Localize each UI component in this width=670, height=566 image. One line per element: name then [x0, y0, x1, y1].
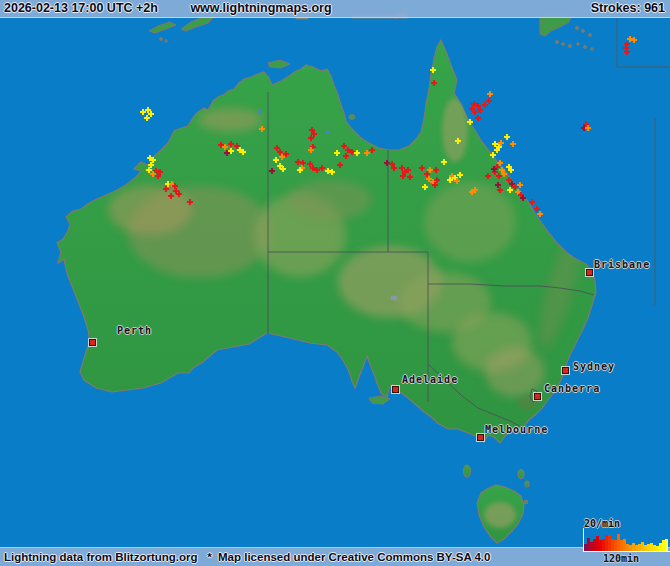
footer-attribution: Lightning data from Blitzortung.org * Ma… — [4, 548, 490, 566]
histogram-bar — [665, 539, 668, 551]
strike-rate-histogram: 20/min 0 120min — [540, 514, 670, 566]
city-marker-sydney — [562, 367, 569, 374]
header-bar: 2026-02-13 17:00 UTC +2h www.lightningma… — [0, 0, 670, 18]
city-label-melbourne: Melbourne — [485, 425, 548, 435]
lightning-map-screen: PerthBrisbaneSydneyCanberraMelbourneAdel… — [0, 0, 670, 566]
header-datetime: 2026-02-13 17:00 UTC +2h — [4, 0, 158, 17]
city-label-canberra: Canberra — [544, 384, 600, 394]
histogram-bars — [584, 528, 669, 551]
city-label-brisbane: Brisbane — [594, 260, 650, 270]
city-marker-perth — [89, 339, 96, 346]
header-strokes-count: Strokes: 961 — [591, 0, 665, 17]
city-marker-adelaide — [392, 386, 399, 393]
header-site-link[interactable]: www.lightningmaps.org — [190, 0, 331, 17]
city-marker-canberra — [534, 393, 541, 400]
australia-lightning-map[interactable] — [0, 0, 670, 566]
histogram-axis — [583, 528, 670, 552]
city-marker-melbourne — [477, 434, 484, 441]
histogram-xaxis-label: 120min — [596, 553, 646, 564]
city-marker-brisbane — [586, 269, 593, 276]
city-label-sydney: Sydney — [573, 362, 615, 372]
city-label-adelaide: Adelaide — [402, 375, 458, 385]
city-label-perth: Perth — [117, 326, 152, 336]
